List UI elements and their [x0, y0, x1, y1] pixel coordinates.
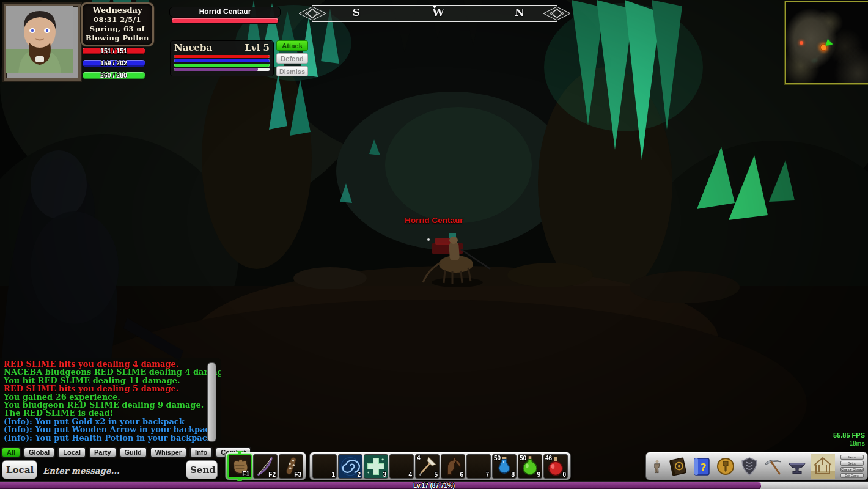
chat-log[interactable]: RED SLIME hits you dealing 4 damage.NACE…	[0, 358, 221, 446]
player-mana-value: 159 / 202	[83, 60, 145, 67]
pet-stamina-bar	[174, 64, 270, 67]
chat-message: NACEBA bludgeons RED SLIME dealing 4 dam…	[4, 368, 218, 376]
player-mana-bar: 159 / 202	[82, 59, 145, 67]
pet-frame[interactable]: Naceba Lvl 5	[171, 41, 273, 76]
slot-count: 50	[520, 455, 526, 461]
pet-mana-bar	[174, 59, 270, 62]
chat-tab-whisper[interactable]: Whisper	[150, 447, 187, 458]
help-book-icon[interactable]: ?	[691, 455, 712, 478]
minimap-poi-marker	[800, 41, 803, 45]
compass-letter-s: S	[353, 6, 360, 18]
gold-emblem-icon[interactable]	[715, 455, 736, 478]
hotbar-slot-4[interactable]: 4	[389, 454, 414, 479]
experience-bar: Lv.17 (87.71%)	[0, 481, 868, 489]
compass-right-ornament	[542, 6, 572, 21]
pet-defend-button[interactable]: Defend	[276, 53, 308, 64]
anvil-icon[interactable]	[787, 455, 807, 478]
player-status-bars: 151 / 151159 / 202260 / 280	[82, 47, 145, 84]
slot-keybind: 0	[562, 471, 566, 478]
main-menu-bar: ? ItemsSetupChange CharacterExit Game	[645, 452, 868, 480]
chat-message: (Info): You put Wooden Arrow in your bac…	[4, 425, 218, 433]
pet-health-fill	[174, 55, 270, 58]
compass-left-ornament	[298, 6, 327, 21]
item-hotbar: 12344567508509460	[309, 452, 571, 480]
menu-change-character-button[interactable]: Change Character	[840, 467, 864, 472]
hotbar-slot-8[interactable]: 508	[492, 454, 517, 479]
chat-input-row: Local Send	[0, 459, 220, 480]
ability-hotbar: F1F2F3	[225, 452, 306, 480]
chat-message-input[interactable]	[42, 460, 182, 480]
slot-keybind: 1	[331, 471, 335, 478]
pet-dismiss-button[interactable]: Dismiss	[276, 66, 308, 76]
chat-tab-party[interactable]: Party	[89, 447, 117, 458]
menu-items-button[interactable]: Items	[840, 455, 864, 460]
chat-tab-guild[interactable]: Guild	[119, 447, 147, 458]
chat-scrollbar[interactable]	[207, 362, 216, 442]
avatar	[6, 6, 73, 73]
calendar-season: Spring, 63 of	[83, 24, 152, 34]
armor-icon[interactable]	[739, 455, 760, 478]
slot-keybind: 5	[434, 471, 438, 478]
chat-tab-global[interactable]: Global	[23, 447, 55, 458]
target-nameplate[interactable]: Horrid Centaur	[405, 216, 463, 225]
slot-keybind: 2	[357, 471, 361, 478]
pet-health-bar	[174, 55, 270, 58]
chat-message: The RED SLIME is dead!	[4, 409, 218, 417]
player-portrait[interactable]	[4, 4, 81, 81]
chat-message: RED SLIME hits you dealing 5 damage.	[4, 384, 218, 392]
hotbar-slot-9[interactable]: 509	[518, 454, 542, 479]
character-icon[interactable]	[650, 455, 664, 478]
housing-icon[interactable]	[811, 454, 835, 479]
slot-keybind: 3	[383, 471, 386, 478]
target-name: Horrid Centaur	[170, 7, 280, 17]
menu-exit-game-button[interactable]: Exit Game	[840, 473, 864, 478]
chat-tab-all[interactable]: All	[1, 447, 21, 458]
slot-keybind: F3	[294, 471, 301, 478]
journal-icon[interactable]	[668, 455, 688, 478]
slot-keybind: 7	[485, 471, 489, 478]
ability-slot-F1[interactable]: F1	[227, 454, 252, 479]
hotbar-slot-3[interactable]: 3	[364, 454, 388, 479]
calendar-weekday: Wednesday	[83, 6, 152, 15]
pet-level: Lvl 5	[245, 42, 270, 54]
calendar-time-date: 08:31 2/5/1	[83, 15, 152, 24]
slot-count: 46	[545, 455, 552, 461]
pet-mana-fill	[174, 59, 270, 62]
calendar-month: Blowing Pollen	[83, 34, 152, 43]
slot-keybind: 4	[408, 471, 412, 478]
chat-send-button[interactable]: Send	[186, 460, 218, 479]
slot-keybind: 8	[511, 471, 515, 478]
svg-text:?: ?	[701, 461, 707, 474]
pet-stamina-fill	[174, 64, 270, 67]
compass-bar: SWN	[312, 5, 557, 22]
ability-slot-F2[interactable]: F2	[253, 454, 278, 479]
slot-keybind: F1	[242, 471, 249, 477]
minimap[interactable]	[785, 1, 868, 84]
hotbar-slot-1[interactable]: 1	[312, 454, 337, 479]
slot-count: 50	[494, 455, 501, 461]
chat-tab-bar: AllGlobalLocalPartyGuildWhisperInfoComba…	[1, 447, 251, 458]
fps-counter: 55.85 FPS 18ms	[833, 432, 865, 447]
hotbar-slot-2[interactable]: 2	[338, 454, 362, 479]
chat-tab-local[interactable]: Local	[57, 447, 86, 458]
chat-channel-button[interactable]: Local	[2, 460, 37, 479]
pet-name: Naceba	[174, 42, 212, 54]
chat-tab-info[interactable]: Info	[189, 447, 213, 458]
player-health-value: 151 / 151	[83, 48, 145, 54]
ability-slot-F3[interactable]: F3	[279, 454, 303, 479]
chat-message: You gained 26 experience.	[4, 393, 218, 401]
hotbar-slot-7[interactable]: 7	[466, 454, 491, 479]
compass-letter-n: N	[515, 6, 524, 18]
target-frame[interactable]: Horrid Centaur	[170, 7, 280, 23]
slot-keybind: F2	[268, 471, 276, 478]
pickaxe-icon[interactable]	[763, 455, 784, 478]
hotbar-slot-6[interactable]: 6	[441, 454, 465, 479]
pet-attack-button[interactable]: Attack	[276, 40, 308, 51]
hotbar-slot-5[interactable]: 45	[415, 454, 440, 479]
experience-label: Lv.17 (87.71%)	[0, 482, 868, 489]
hotbar-slot-0[interactable]: 460	[543, 454, 568, 479]
chat-message: (Info): You put Gold x2 in your backpack	[4, 417, 218, 425]
player-health-bar: 151 / 151	[82, 47, 145, 55]
menu-setup-button[interactable]: Setup	[840, 461, 864, 466]
pet-loyalty-bar	[174, 68, 270, 71]
